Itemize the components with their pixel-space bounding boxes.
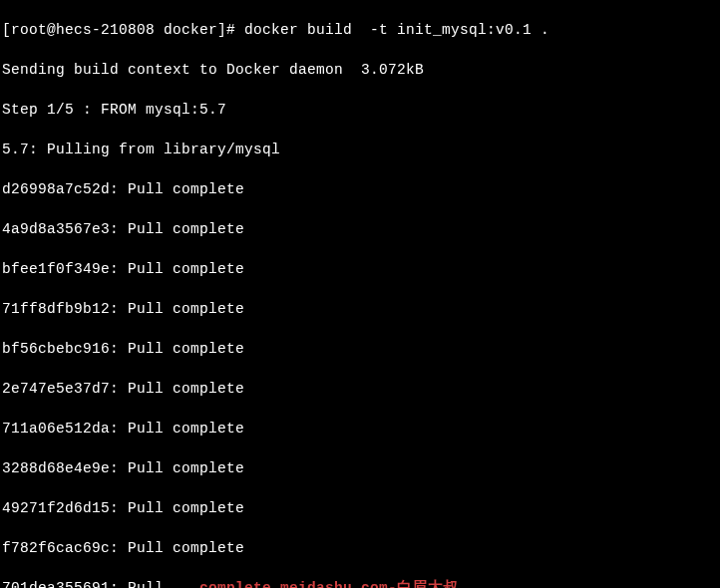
terminal-line: 711a06e512da: Pull complete: [2, 419, 718, 439]
terminal-line: Sending build context to Docker daemon 3…: [2, 60, 718, 80]
terminal-line: bf56cbebc916: Pull complete: [2, 339, 718, 359]
terminal-output: [root@hecs-210808 docker]# docker build …: [2, 0, 718, 588]
terminal-line-base: 701dea355691: Pull: [2, 580, 173, 588]
terminal-line: d26998a7c52d: Pull complete: [2, 179, 718, 199]
watermark-text: complete meidashu.com-白眉大叔: [199, 578, 458, 588]
terminal-line: Step 1/5 : FROM mysql:5.7: [2, 100, 718, 120]
terminal-line: 49271f2d6d15: Pull complete: [2, 498, 718, 518]
terminal-line: bfee1f0f349e: Pull complete: [2, 259, 718, 279]
terminal-line: 2e747e5e37d7: Pull complete: [2, 379, 718, 399]
terminal-line: 5.7: Pulling from library/mysql: [2, 140, 718, 159]
terminal-line: 3288d68e4e9e: Pull complete: [2, 458, 718, 478]
terminal-line: 4a9d8a3567e3: Pull complete: [2, 219, 718, 239]
terminal-line-watermark: 701dea355691: Pull complete meidashu.com…: [2, 578, 718, 588]
terminal-line: 71ff8dfb9b12: Pull complete: [2, 299, 718, 319]
terminal-prompt-line: [root@hecs-210808 docker]# docker build …: [2, 20, 718, 40]
terminal-line: f782f6cac69c: Pull complete: [2, 538, 718, 558]
